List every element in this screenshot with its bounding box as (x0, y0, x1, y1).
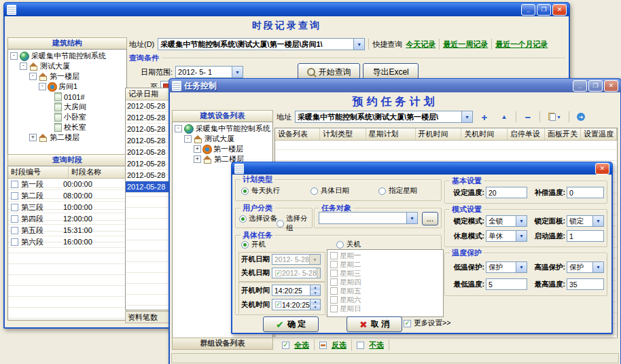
close-button[interactable]: ✕ (552, 4, 567, 16)
address-combobox[interactable]: 采暖集中节能控制系统\测试大厦\第一楼层\ ▼ (295, 111, 473, 123)
radio-icon[interactable] (378, 187, 386, 195)
checkbox[interactable] (11, 238, 18, 246)
radio-power-on[interactable]: 开机 (241, 240, 266, 249)
radio-icon[interactable] (241, 241, 249, 249)
exit-button[interactable]: ➜ (573, 110, 589, 124)
close-button[interactable]: ✕ (595, 163, 609, 175)
radio-icon[interactable] (241, 187, 249, 195)
high-protect-combobox[interactable]: 保护▼ (567, 261, 604, 273)
more-settings-checkbox[interactable] (404, 320, 411, 327)
dialog-titlebar[interactable]: ✕ (232, 162, 612, 175)
chevron-down-icon[interactable]: ▼ (516, 231, 527, 241)
checkbox[interactable] (11, 227, 18, 234)
chevron-down-icon[interactable]: ▼ (232, 67, 243, 77)
tree-node-device[interactable]: 校长室 (8, 122, 126, 132)
checkbox[interactable] (11, 192, 18, 200)
address-combobox[interactable]: 采暖集中节能控制系统\测试大厦\第一楼层\房间1\ ▼ (158, 38, 365, 50)
checkbox[interactable] (330, 270, 338, 277)
checkbox[interactable] (11, 181, 18, 188)
last-month-records-link[interactable]: 最近一个月记录 (495, 39, 548, 50)
chevron-down-icon[interactable]: ▼ (516, 216, 527, 226)
collapse-icon[interactable]: - (29, 73, 37, 80)
tree-node-floor1[interactable]: - 第一楼层 (8, 71, 126, 81)
period-row[interactable]: 第一段00:00:00 (8, 179, 126, 190)
checkbox[interactable] (330, 261, 338, 268)
minimize-button[interactable]: _ (521, 4, 535, 16)
cancel-button[interactable]: ✖ 取 消 (347, 316, 402, 332)
period-row[interactable]: 第三段10:00:00 (8, 202, 126, 213)
maximize-button[interactable]: ❐ (537, 4, 551, 16)
chevron-down-icon[interactable]: ▼ (516, 262, 527, 272)
maximize-button[interactable]: ❐ (588, 80, 603, 92)
add-task-button[interactable]: + (476, 110, 493, 124)
checkbox[interactable] (11, 215, 18, 223)
lock-mode-combobox[interactable]: 全锁▼ (486, 215, 527, 227)
collapse-icon[interactable]: - (175, 125, 182, 132)
invert-select-checkbox[interactable] (319, 342, 327, 349)
time-spinner[interactable]: ▲▼ (310, 299, 320, 310)
off-date-checkbox[interactable] (275, 270, 281, 276)
checkbox[interactable] (11, 204, 18, 211)
checkbox[interactable] (330, 278, 338, 286)
select-all-link[interactable]: 全选 (294, 340, 309, 350)
radio-power-off[interactable]: 关机 (336, 240, 361, 249)
off-time-checkbox[interactable] (275, 302, 281, 308)
chevron-down-icon[interactable]: ▼ (592, 262, 603, 272)
radio-icon[interactable] (239, 215, 247, 223)
minimize-button[interactable]: _ (573, 80, 587, 92)
period-row[interactable]: 第六段16:00:00 (8, 236, 126, 248)
period-row[interactable]: 第二段08:00:00 (8, 190, 126, 202)
weekday-item[interactable]: 星期四 (330, 278, 440, 287)
radio-plan-week[interactable]: 指定星期 (378, 186, 417, 196)
radio-select-device[interactable]: 选择设备 (239, 214, 277, 223)
copy-button[interactable]: ▾ (544, 110, 565, 124)
radio-icon[interactable] (336, 241, 344, 249)
chevron-down-icon[interactable]: ▼ (353, 39, 364, 50)
radio-plan-daily[interactable]: 每天执行 (241, 186, 280, 196)
weekday-item[interactable]: 星期三 (330, 269, 440, 278)
period-row[interactable]: 第四段12:00:00 (8, 213, 126, 225)
comp-temp-input[interactable]: 0 (567, 187, 604, 198)
group-device-list-tab[interactable]: 群组设备列表 (172, 338, 273, 350)
weekday-item[interactable]: 星期二 (330, 260, 440, 269)
tree-node-building[interactable]: - 测试大厦 (173, 134, 272, 144)
weekday-item[interactable]: 星期五 (330, 287, 440, 295)
collapse-icon[interactable]: - (20, 62, 27, 70)
ok-button[interactable]: ✔ 确 定 (263, 316, 319, 332)
low-protect-combobox[interactable]: 保护▼ (486, 261, 527, 273)
radio-icon[interactable] (277, 220, 284, 228)
record-query-titlebar[interactable]: _ ❐ ✕ (4, 3, 569, 16)
off-time-input[interactable]: 14:20:25 ▲▼ (272, 299, 321, 310)
collapse-icon[interactable]: - (10, 52, 18, 60)
close-button[interactable]: ✕ (604, 80, 618, 92)
tree-node-device[interactable]: 大房间 (8, 102, 126, 112)
weekday-item[interactable]: 星期六 (330, 295, 440, 304)
weekday-item[interactable]: 星期日 (330, 304, 440, 313)
chevron-down-icon[interactable]: ▼ (461, 111, 472, 122)
tree-node-system[interactable]: - 采暖集中节能控制系统 (8, 51, 126, 61)
select-all-checkbox[interactable] (282, 342, 289, 349)
last-week-records-link[interactable]: 最近一周记录 (443, 39, 488, 50)
tree-node-device[interactable]: 小卧室 (8, 112, 126, 122)
remove-task-button[interactable]: − (520, 110, 536, 124)
tree-node-system[interactable]: - 采暖集中节能控制系统 (173, 124, 272, 134)
today-records-link[interactable]: 今天记录 (406, 39, 436, 50)
tree-node-building[interactable]: - 测试大厦 (8, 61, 126, 71)
invert-select-link[interactable]: 反选 (332, 340, 347, 350)
time-spinner[interactable]: ▲▼ (310, 285, 320, 295)
expand-icon[interactable]: + (29, 134, 37, 141)
chevron-down-icon[interactable]: ▼ (406, 213, 417, 223)
tree-node-floor2[interactable]: + 第二楼层 (8, 132, 126, 143)
weekday-item[interactable]: 星期一 (330, 251, 440, 260)
checkbox[interactable] (330, 296, 338, 304)
tree-node-floor1[interactable]: + 第一楼层 (173, 144, 272, 154)
expand-icon[interactable]: + (194, 145, 201, 153)
min-temp-input[interactable]: 5 (486, 278, 527, 290)
start-diff-input[interactable]: 1 (567, 230, 604, 242)
collapse-icon[interactable]: - (184, 135, 192, 143)
period-row[interactable]: 第五段15:31:00 (8, 225, 126, 236)
select-none-link[interactable]: 不选 (369, 340, 384, 350)
tree-node-device[interactable]: 0101# (8, 92, 126, 102)
collapse-icon[interactable]: - (39, 83, 46, 90)
radio-select-grouping[interactable]: 选择分组 (277, 214, 312, 233)
